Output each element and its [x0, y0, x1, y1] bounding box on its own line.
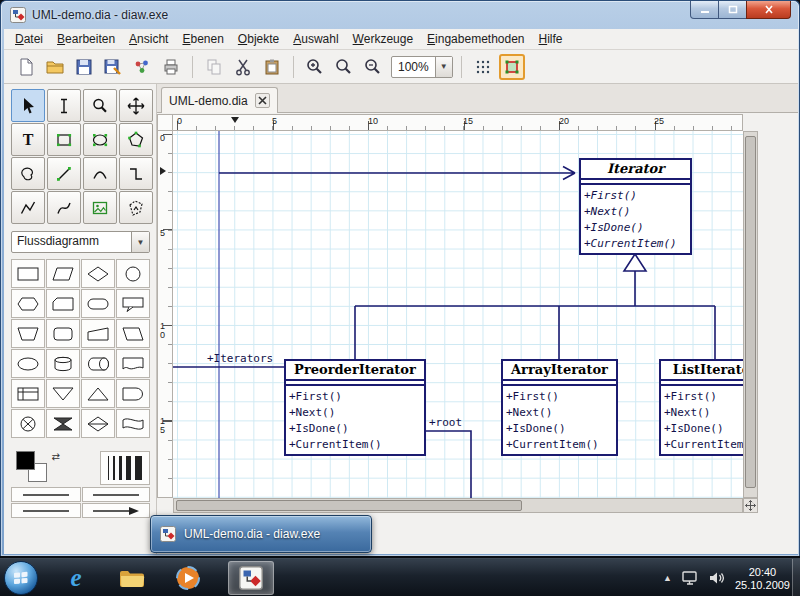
properties-button[interactable] [129, 54, 155, 80]
taskbar-item-internet-explorer[interactable]: e [56, 561, 96, 595]
line-width-3[interactable] [119, 456, 122, 480]
menu-ansicht[interactable]: Ansicht [122, 30, 175, 48]
ellipse-tool[interactable] [83, 123, 117, 156]
shape-terminator[interactable] [11, 349, 45, 378]
network-icon[interactable] [681, 570, 699, 586]
shape-drum[interactable] [46, 349, 80, 378]
titlebar[interactable]: UML-demo.dia - diaw.exe [1, 1, 799, 29]
shape-callout[interactable] [116, 289, 150, 318]
text-tool[interactable]: T [11, 123, 45, 156]
grid-snap-button[interactable] [470, 54, 496, 80]
scroll-tool[interactable] [119, 89, 153, 122]
taskbar-item-media-player[interactable] [168, 561, 208, 595]
box-tool[interactable] [47, 123, 81, 156]
pan-canvas-button[interactable] [743, 498, 758, 513]
snap-objects-button[interactable] [499, 54, 525, 80]
print-button[interactable] [158, 54, 184, 80]
sheet-selector[interactable]: Flussdiagramm ▼ [11, 231, 150, 253]
shape-sort[interactable] [81, 409, 115, 438]
taskbar-item-dia[interactable] [228, 561, 274, 595]
vertical-scrollbar-thumb[interactable] [745, 136, 756, 488]
menu-hilfe[interactable]: Hilfe [532, 30, 570, 48]
textedit-tool[interactable] [47, 89, 81, 122]
horizontal-scrollbar[interactable] [173, 498, 743, 513]
bezierline-tool[interactable] [47, 191, 81, 224]
shape-extract[interactable] [81, 379, 115, 408]
uml-class-iterator[interactable]: Iterator +First() +Next() +IsDone() +Cur… [579, 158, 692, 255]
generalization-lines[interactable] [355, 271, 715, 359]
minimize-button[interactable] [690, 1, 719, 19]
menu-eingabemethoden[interactable]: Eingabemethoden [420, 30, 531, 48]
zoom-out-button[interactable] [360, 54, 386, 80]
polygon-tool[interactable] [119, 123, 153, 156]
menu-auswahl[interactable]: Auswahl [286, 30, 345, 48]
shape-data[interactable] [46, 259, 80, 288]
maximize-button[interactable] [719, 1, 746, 19]
paste-button[interactable] [259, 54, 285, 80]
tab-uml-demo[interactable]: UML-demo.dia [161, 87, 278, 113]
shape-internal-storage[interactable] [11, 379, 45, 408]
line-width-1[interactable] [108, 456, 109, 480]
shape-card[interactable] [46, 289, 80, 318]
shape-paper-tape[interactable] [116, 409, 150, 438]
line-width-5[interactable] [135, 456, 142, 480]
line-width-selector[interactable] [100, 451, 150, 485]
arc-tool[interactable] [83, 157, 117, 190]
arrow-end-style-selector[interactable] [82, 503, 150, 518]
close-button[interactable] [746, 1, 791, 19]
cut-button[interactable] [230, 54, 256, 80]
menu-ebenen[interactable]: Ebenen [175, 30, 230, 48]
uml-class-arrayiterator[interactable]: ArrayIterator +First() +Next() +IsDone()… [501, 359, 618, 456]
shape-document[interactable] [116, 349, 150, 378]
color-selector[interactable]: ⇄ [14, 451, 60, 485]
menu-werkzeuge[interactable]: Werkzeuge [346, 30, 420, 48]
diagram-canvas[interactable]: Iterator +First() +Next() +IsDone() +Cur… [173, 131, 743, 498]
association-arrow[interactable] [219, 167, 575, 180]
menu-datei[interactable]: Datei [8, 30, 50, 48]
save-as-button[interactable] [100, 54, 126, 80]
root-association-line[interactable] [426, 431, 471, 498]
shape-delay[interactable] [116, 379, 150, 408]
shape-preparation[interactable] [11, 289, 45, 318]
shape-connector[interactable] [116, 259, 150, 288]
zigzagline-tool[interactable] [119, 157, 153, 190]
volume-icon[interactable] [708, 570, 726, 586]
shape-transport[interactable] [116, 319, 150, 348]
uml-class-listiterator[interactable]: ListIterator +First() +Next() +IsDone() … [659, 359, 743, 456]
outline-tool[interactable] [119, 191, 153, 224]
save-button[interactable] [71, 54, 97, 80]
menu-objekte[interactable]: Objekte [231, 30, 286, 48]
hidden-icons-chevron[interactable]: ▲ [663, 573, 672, 583]
zoom-select[interactable]: 100% ▼ [391, 56, 453, 78]
uml-class-preorderiterator[interactable]: PreorderIterator +First() +Next() +IsDon… [284, 359, 426, 456]
shape-rounded-box[interactable] [46, 319, 80, 348]
magnify-tool[interactable] [83, 89, 117, 122]
line-start-style-selector[interactable] [11, 487, 81, 502]
shape-sum-junction[interactable] [11, 409, 45, 438]
shape-disk[interactable] [81, 349, 115, 378]
association-label-root[interactable]: +root [429, 416, 462, 429]
taskbar-clock[interactable]: 20:40 25.10.2009 [735, 564, 790, 592]
shape-manual-input[interactable] [81, 319, 115, 348]
menu-bearbeiten[interactable]: Bearbeiten [50, 30, 122, 48]
open-button[interactable] [42, 54, 68, 80]
tab-close-button[interactable] [255, 93, 270, 108]
horizontal-scrollbar-thumb[interactable] [176, 500, 522, 511]
taskbar-item-explorer[interactable] [112, 561, 152, 595]
line-style-selector[interactable] [82, 487, 150, 502]
zoom-button[interactable] [331, 54, 357, 80]
line-width-2[interactable] [113, 456, 115, 480]
new-button[interactable] [13, 54, 39, 80]
chevron-down-icon[interactable]: ▼ [131, 232, 149, 252]
chevron-down-icon[interactable]: ▼ [435, 57, 452, 77]
copy-button[interactable] [201, 54, 227, 80]
line-tool[interactable] [47, 157, 81, 190]
foreground-color-swatch[interactable] [16, 451, 35, 470]
shape-merge[interactable] [46, 379, 80, 408]
zoom-in-button[interactable] [302, 54, 328, 80]
image-tool[interactable] [83, 191, 117, 224]
beziergon-tool[interactable] [11, 157, 45, 190]
shape-collate[interactable] [46, 409, 80, 438]
show-desktop-button[interactable] [792, 559, 800, 596]
line-width-4[interactable] [126, 456, 131, 480]
